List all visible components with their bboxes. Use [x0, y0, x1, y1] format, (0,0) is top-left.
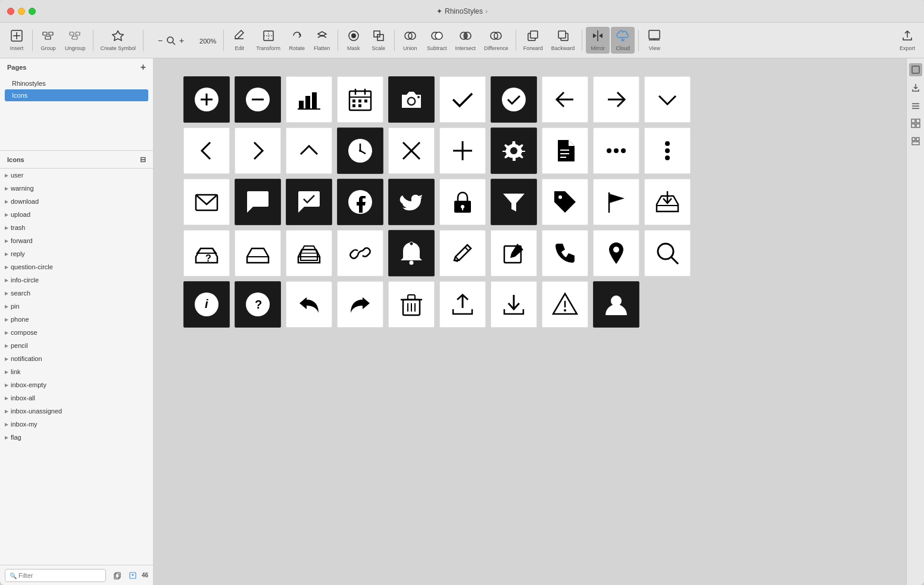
- fullscreen-button[interactable]: [29, 8, 36, 15]
- icon-forward-cell[interactable]: [337, 281, 383, 328]
- panel-export-button[interactable]: [909, 81, 922, 94]
- layers-collapse-btn[interactable]: ⊟: [140, 155, 146, 164]
- group-button[interactable]: Group: [36, 27, 60, 54]
- close-button[interactable]: [7, 8, 14, 15]
- layer-item-upload[interactable]: ▶upload: [0, 208, 153, 221]
- icon-chevron-down[interactable]: [644, 76, 691, 123]
- layer-item-warning[interactable]: ▶warning: [0, 182, 153, 195]
- icon-document[interactable]: [542, 127, 588, 174]
- icon-inbox-download[interactable]: [644, 179, 691, 225]
- icon-upload-cell[interactable]: [439, 281, 486, 328]
- union-button[interactable]: Union: [398, 27, 422, 54]
- icon-check-circle[interactable]: [491, 76, 537, 123]
- icon-download-cell[interactable]: [491, 281, 537, 328]
- paste-styles-button[interactable]: [126, 569, 139, 582]
- page-item-icons[interactable]: Icons: [5, 89, 148, 101]
- layer-item-pin[interactable]: ▶pin: [0, 300, 153, 313]
- icon-reply-cell[interactable]: [286, 281, 332, 328]
- edit-button[interactable]: Edit: [227, 27, 251, 54]
- icon-twitter[interactable]: [388, 179, 435, 225]
- minimize-button[interactable]: [18, 8, 25, 15]
- layer-item-info-circle[interactable]: ▶info-circle: [0, 273, 153, 287]
- flatten-button[interactable]: Flatten: [310, 27, 334, 54]
- mirror-button[interactable]: Mirror: [586, 27, 610, 54]
- icon-close[interactable]: [388, 127, 435, 174]
- icon-clock[interactable]: [337, 127, 383, 174]
- icon-question-circle[interactable]: ?: [235, 281, 281, 328]
- transform-button[interactable]: Transform: [252, 27, 284, 54]
- page-item-rhinostyles[interactable]: Rhinostyles: [5, 77, 148, 89]
- icon-link-cell[interactable]: [337, 230, 383, 276]
- layer-item-user[interactable]: ▶user: [0, 169, 153, 182]
- layer-item-inbox-empty[interactable]: ▶inbox-empty: [0, 378, 153, 391]
- icon-camera[interactable]: [388, 76, 435, 123]
- icon-inbox-all-cell[interactable]: [286, 230, 332, 276]
- search-input[interactable]: [5, 569, 106, 582]
- scale-button[interactable]: Scale: [367, 27, 391, 54]
- layer-item-compose[interactable]: ▶compose: [0, 326, 153, 339]
- icon-trash-cell[interactable]: [388, 281, 435, 328]
- mask-button[interactable]: Mask: [342, 27, 366, 54]
- zoom-minus-button[interactable]: −: [155, 36, 165, 45]
- layer-item-pencil[interactable]: ▶pencil: [0, 339, 153, 352]
- canvas-area[interactable]: ?: [154, 58, 906, 585]
- copy-styles-button[interactable]: [111, 569, 124, 582]
- layer-item-download[interactable]: ▶download: [0, 195, 153, 208]
- icon-inbox-empty-cell[interactable]: [235, 230, 281, 276]
- layer-item-flag[interactable]: ▶flag: [0, 431, 153, 444]
- icon-arrow-right[interactable]: [593, 76, 639, 123]
- icon-warning-cell[interactable]: [542, 281, 588, 328]
- insert-button[interactable]: Insert: [5, 27, 29, 54]
- icon-checkmark[interactable]: [439, 76, 486, 123]
- zoom-plus-button[interactable]: +: [177, 36, 186, 45]
- layer-item-inbox-my[interactable]: ▶inbox-my: [0, 418, 153, 431]
- difference-button[interactable]: Difference: [480, 27, 512, 54]
- icon-chevron-left[interactable]: [183, 127, 230, 174]
- cloud-button[interactable]: Cloud: [611, 27, 635, 54]
- icon-facebook[interactable]: [337, 179, 383, 225]
- layer-item-trash[interactable]: ▶trash: [0, 221, 153, 234]
- layer-item-inbox-all[interactable]: ▶inbox-all: [0, 391, 153, 404]
- export-button[interactable]: Export: [895, 27, 919, 54]
- view-button[interactable]: View: [642, 27, 666, 54]
- icon-tag[interactable]: [542, 179, 588, 225]
- create-symbol-button[interactable]: Create Symbol: [97, 27, 140, 54]
- icon-phone-cell[interactable]: [542, 230, 588, 276]
- panel-component-button[interactable]: [909, 135, 922, 148]
- icon-notification[interactable]: [388, 230, 435, 276]
- ungroup-button[interactable]: Ungroup: [61, 27, 89, 54]
- subtract-button[interactable]: Subtract: [423, 27, 451, 54]
- layer-item-reply[interactable]: ▶reply: [0, 247, 153, 260]
- layer-item-notification[interactable]: ▶notification: [0, 352, 153, 365]
- layer-item-search[interactable]: ▶search: [0, 287, 153, 300]
- icon-bar-chart[interactable]: [286, 76, 332, 123]
- icon-flag-cell[interactable]: [593, 179, 639, 225]
- backward-button[interactable]: Backward: [548, 27, 579, 54]
- icon-pin-cell[interactable]: [593, 230, 639, 276]
- layer-item-link[interactable]: ▶link: [0, 365, 153, 378]
- icon-ellipsis-h[interactable]: [593, 127, 639, 174]
- layer-item-phone[interactable]: ▶phone: [0, 313, 153, 326]
- icon-chevron-right[interactable]: [235, 127, 281, 174]
- icon-gear[interactable]: [491, 127, 537, 174]
- rotate-button[interactable]: Rotate: [285, 27, 309, 54]
- icon-chat[interactable]: [235, 179, 281, 225]
- zoom-control[interactable]: − +: [147, 33, 195, 48]
- panel-grid-button[interactable]: [909, 117, 922, 130]
- icon-ellipsis-v[interactable]: [644, 127, 691, 174]
- icon-calendar[interactable]: [337, 76, 383, 123]
- add-page-button[interactable]: +: [141, 62, 146, 73]
- icon-pencil-cell[interactable]: [439, 230, 486, 276]
- icon-mail[interactable]: [183, 179, 230, 225]
- layer-item-inbox-unassigned[interactable]: ▶inbox-unassigned: [0, 404, 153, 418]
- icon-question[interactable]: ?: [183, 230, 230, 276]
- forward-button[interactable]: Forward: [520, 27, 547, 54]
- icon-chat-check[interactable]: [286, 179, 332, 225]
- panel-layers-button[interactable]: [909, 99, 922, 112]
- icon-plus-circle[interactable]: [183, 76, 230, 123]
- intersect-button[interactable]: Intersect: [451, 27, 479, 54]
- icon-compose-cell[interactable]: [491, 230, 537, 276]
- icon-filter[interactable]: [491, 179, 537, 225]
- icon-plus[interactable]: [439, 127, 486, 174]
- icon-minus-circle[interactable]: [235, 76, 281, 123]
